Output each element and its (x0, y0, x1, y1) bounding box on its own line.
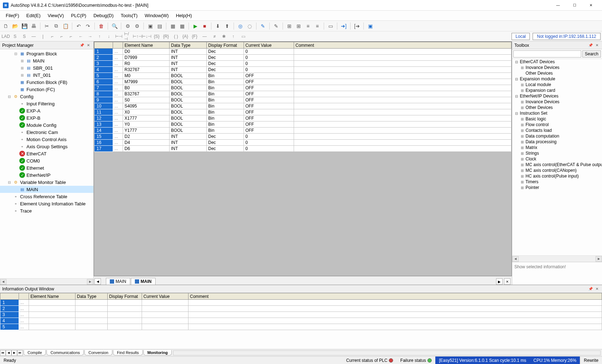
toolbox-item-local-module[interactable]: ⊞ Local module (512, 82, 602, 88)
coil-s-icon[interactable]: {S} (152, 33, 161, 40)
coil-icon[interactable]: ( ) (172, 33, 180, 40)
table-row[interactable]: 8...B32767BOOLBinOFF (94, 91, 512, 97)
up2-icon[interactable]: ↑ (229, 33, 238, 40)
maximize-button[interactable]: ☐ (566, 0, 583, 11)
contact-n-icon[interactable]: ⊢↓⊣ (142, 33, 151, 40)
tree-item-ethernet[interactable]: ✓Ethernet (0, 164, 93, 171)
info-row[interactable]: 4... (0, 318, 602, 324)
info-pin-icon[interactable]: 📌 (588, 286, 593, 292)
col-Current Value[interactable]: Current Value (244, 42, 294, 49)
toolbox-item-expansion-module[interactable]: ⊟ Expansion module (512, 76, 602, 82)
tree-item-program-block[interactable]: ⊟▦Program Block (0, 50, 93, 57)
menu-help[interactable]: Help(H) (172, 11, 196, 20)
table-row[interactable]: 10...S4095BOOLBinOFF (94, 103, 512, 109)
table-row[interactable]: 4...R32767INTDec0 (94, 67, 512, 73)
tree-item-ethercat[interactable]: ✕EtherCAT (0, 150, 93, 157)
contact-no-icon[interactable]: ⊢⊣ (114, 33, 123, 40)
menu-edit[interactable]: Edit(E) (23, 11, 44, 20)
branch3-icon[interactable]: ⌐ (67, 33, 75, 40)
find-icon[interactable]: 🔍 (110, 22, 119, 30)
compile-all-icon[interactable]: ⚙ (133, 22, 141, 30)
tree-item-function-block-fb-[interactable]: ▦Function Block (FB) (0, 79, 93, 86)
info-nav-prev-icon[interactable]: ◀ (6, 350, 11, 356)
toolbox-item-matrix[interactable]: ⊞ Matrix (512, 145, 602, 150)
branch2-icon[interactable]: ⌐ (57, 33, 66, 40)
toolbox-item-expansion-card[interactable]: ⊞ Expansion card (512, 88, 602, 93)
scroll-left-icon[interactable]: ◀ (0, 279, 6, 285)
tree-item-variable-monitor-table[interactable]: ⊟⚙Variable Monitor Table (0, 179, 93, 186)
col-Element Name[interactable]: Element Name (123, 42, 170, 49)
close-button[interactable]: ✕ (583, 0, 599, 11)
table-row[interactable]: 2...D7999INTDec0 (94, 55, 512, 61)
cfg4-icon[interactable]: ≡ (313, 22, 322, 30)
stop-icon[interactable]: ■ (200, 22, 209, 30)
monitor-table[interactable]: Element NameData TypeDisplay FormatCurre… (94, 42, 512, 152)
toolbox-item-flow-control[interactable]: ⊞ Flow control (512, 122, 602, 128)
toolbox-item-inovance-devices[interactable]: ⊞ Inovance Devices (512, 99, 602, 105)
toolbox-item-instruction-set[interactable]: ⊟ Instruction Set (512, 110, 602, 116)
tree-item-cross-reference-table[interactable]: ▫Cross Reference Table (0, 193, 93, 200)
menu-debug[interactable]: Debug(D) (90, 11, 117, 20)
project-hscroll[interactable]: ◀ ▶ (0, 278, 93, 285)
info-nav-next-icon[interactable]: ▶ (11, 350, 17, 356)
col-Display Format[interactable]: Display Format (207, 42, 244, 49)
menu-plc[interactable]: PLC(P) (68, 11, 90, 20)
toolbox-search-button[interactable]: Search (582, 50, 601, 58)
info-nav-first-icon[interactable]: ⏮ (0, 350, 6, 356)
tree-item-electronic-cam[interactable]: ▫Electronic Cam (0, 129, 93, 136)
toolbox-search-input[interactable] (513, 50, 581, 58)
info-tab-compile[interactable]: Compile (24, 350, 46, 355)
download-icon[interactable]: ⬇ (214, 22, 222, 30)
tree-item-trace[interactable]: ▫Trace (0, 207, 93, 214)
undo-icon[interactable]: ↶ (74, 22, 83, 30)
tree-item-function-fc-[interactable]: ▦Function (FC) (0, 86, 93, 93)
col-num[interactable] (94, 42, 113, 49)
branch-icon[interactable]: ⌐ (48, 33, 57, 40)
info-col-num[interactable] (0, 293, 19, 300)
toolbox-tree[interactable]: ⊟ EtherCAT Devices⊞ Inovance Devices Oth… (512, 59, 602, 255)
compile-icon[interactable]: ⚙ (123, 22, 132, 30)
tree-item-int-001[interactable]: ⊞▤INT_001 (0, 71, 93, 79)
tree-item-module-config[interactable]: ✓Module Config (0, 121, 93, 129)
info-row[interactable]: 5... (0, 324, 602, 330)
view-icon[interactable]: ▣ (366, 22, 375, 30)
info-tab-monitoring[interactable]: Monitoring (143, 350, 172, 355)
inv-icon[interactable]: ✱ (220, 33, 228, 40)
local-status[interactable]: Local (512, 33, 530, 40)
print-icon[interactable]: 🖶 (29, 22, 38, 30)
table-row[interactable]: 14...Y1777BOOLBinOFF (94, 128, 512, 134)
info-table[interactable]: Element NameData TypeDisplay FormatCurre… (0, 293, 602, 330)
edit2-icon[interactable]: ✎ (272, 22, 280, 30)
cfg3-icon[interactable]: ≡ (304, 22, 312, 30)
toolbox-close-icon[interactable]: ✕ (594, 43, 600, 48)
tab-nav-right-icon[interactable]: ▶ (496, 278, 503, 285)
toolbox-item-other-devices[interactable]: ⊞ Other Devices (512, 105, 602, 110)
pin-icon[interactable]: 📌 (79, 43, 85, 48)
vline-icon[interactable]: | (39, 33, 47, 40)
tree-item-axis-group-settings[interactable]: ▫Axis Group Settings (0, 143, 93, 150)
menu-tools[interactable]: Tools(T) (117, 11, 141, 20)
toolbox-item-ethercat-devices[interactable]: ⊟ EtherCAT Devices (512, 59, 602, 65)
tree-item-exp-a[interactable]: ✓EXP-A (0, 107, 93, 114)
toolbox-hscroll[interactable]: ◀ ▶ (512, 255, 602, 262)
monitor-icon[interactable]: ◎ (236, 22, 245, 30)
func2-icon[interactable]: {F} (190, 33, 199, 40)
editor-tab-main[interactable]: MAIN (131, 278, 156, 285)
toolbox-item-inovance-devices[interactable]: ⊞ Inovance Devices (512, 65, 602, 70)
tb-scroll-right-icon[interactable]: ▶ (596, 256, 602, 262)
toolbox-item-mc-axis-control-canopen-[interactable]: ⊞ MC axis control(CANopen) (512, 168, 602, 173)
box-icon[interactable]: ▭ (326, 22, 335, 30)
toolbox-pin-icon[interactable]: 📌 (588, 43, 593, 48)
toolbox-item-mc-axis-control-ethercat-pulse-output-[interactable]: ⊞ MC axis control(EtherCAT & Pulse outpu… (512, 162, 602, 168)
cfg2-icon[interactable]: ⊞ (294, 22, 303, 30)
info-col-Current Value[interactable]: Current Value (142, 293, 189, 300)
toolbox-item-data-processing[interactable]: ⊞ Data processing (512, 139, 602, 145)
info-col-num[interactable] (19, 293, 29, 300)
tree-item-main[interactable]: ▤MAIN (0, 186, 93, 193)
login-status[interactable]: Not logged in:IP:192.168.1.112 (533, 33, 601, 40)
toolbox-item-basic-logic[interactable]: ⊞ Basic logic (512, 116, 602, 122)
table-row[interactable]: 16...D4INTDec0 (94, 140, 512, 146)
grid1-icon[interactable]: ▦ (168, 22, 177, 30)
redo-icon[interactable]: ↷ (84, 22, 92, 30)
save-icon[interactable]: 💾 (20, 22, 29, 30)
